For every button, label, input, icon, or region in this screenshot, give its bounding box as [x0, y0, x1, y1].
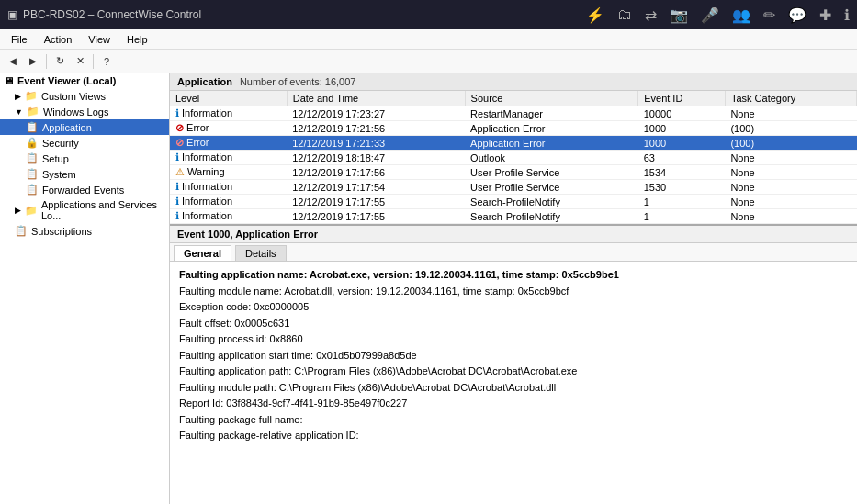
- table-row[interactable]: ⊘ Error12/12/2019 17:21:56Application Er…: [170, 121, 857, 136]
- detail-line: Faulting application name: Acrobat.exe, …: [179, 267, 848, 283]
- col-datetime[interactable]: Date and Time: [287, 91, 465, 106]
- table-row[interactable]: ⊘ Error12/12/2019 17:21:33Application Er…: [170, 136, 857, 151]
- cell-level: ℹ Information: [170, 180, 287, 195]
- detail-line: Faulting application path: C:\Program Fi…: [179, 364, 848, 379]
- table-row[interactable]: ℹ Information12/12/2019 17:17:55Search-P…: [170, 209, 857, 224]
- sidebar-item-customviews[interactable]: ▶ 📁 Custom Views: [0, 88, 169, 104]
- cell-category: None: [725, 195, 856, 209]
- sidebar-forwardedevents-label: Forwarded Events: [42, 185, 124, 196]
- chevron-right-icon-2: ▶: [15, 206, 21, 215]
- chevron-right-icon: ▶: [15, 92, 21, 101]
- sidebar-item-application[interactable]: 📋 Application: [0, 119, 169, 135]
- sidebar-item-system[interactable]: 📋 System: [0, 166, 169, 182]
- cell-datetime: 12/12/2019 17:21:33: [287, 136, 465, 151]
- cell-eventid: 1: [638, 195, 726, 209]
- table-row[interactable]: ℹ Information12/12/2019 18:18:47Outlook6…: [170, 151, 857, 165]
- col-eventid[interactable]: Event ID: [638, 91, 726, 106]
- title-bar-title: PBC-RDS02 – ConnectWise Control: [23, 8, 201, 21]
- cell-level: ⊘ Error: [170, 136, 287, 151]
- cell-eventid: 1530: [638, 180, 726, 195]
- cell-level: ℹ Information: [170, 209, 287, 224]
- menu-help[interactable]: Help: [119, 32, 155, 47]
- forward-button[interactable]: ►: [24, 52, 42, 71]
- cell-level: ℹ Information: [170, 151, 287, 165]
- cell-source: User Profile Service: [465, 180, 638, 195]
- tab-general[interactable]: General: [174, 245, 231, 261]
- sidebar-item-appsandservices[interactable]: ▶ 📁 Applications and Services Lo...: [0, 197, 169, 223]
- lightning-icon[interactable]: ⚡: [586, 6, 604, 24]
- info-icon[interactable]: ℹ: [844, 6, 850, 24]
- event-log-header: Application Number of events: 16,007: [170, 73, 857, 91]
- table-row[interactable]: ⚠ Warning12/12/2019 17:17:56User Profile…: [170, 165, 857, 180]
- sidebar-setup-label: Setup: [42, 153, 69, 164]
- cell-datetime: 12/12/2019 18:18:47: [287, 151, 465, 165]
- menu-view[interactable]: View: [81, 32, 118, 47]
- menu-action[interactable]: Action: [37, 32, 80, 47]
- detail-pane: Event 1000, Application Error General De…: [170, 224, 857, 504]
- cell-eventid: 1000: [638, 121, 726, 136]
- sidebar-item-eventviwer[interactable]: 🖥 Event Viewer (Local): [0, 73, 169, 88]
- table-row[interactable]: ℹ Information12/12/2019 17:17:55Search-P…: [170, 195, 857, 209]
- table-row[interactable]: ℹ Information12/12/2019 17:17:54User Pro…: [170, 180, 857, 195]
- tab-details[interactable]: Details: [235, 245, 287, 261]
- cell-category: None: [725, 180, 856, 195]
- mic-icon[interactable]: 🎤: [701, 6, 719, 24]
- event-table-container: Level Date and Time Source Event ID Task…: [170, 91, 857, 224]
- chevron-down-icon: ▼: [15, 107, 23, 117]
- cell-datetime: 12/12/2019 17:17:55: [287, 195, 465, 209]
- folder-icon-apps: 📁: [25, 205, 38, 217]
- event-log-title: Application: [177, 76, 232, 87]
- col-category[interactable]: Task Category: [725, 91, 856, 106]
- menu-bar: File Action View Help: [0, 29, 857, 50]
- detail-tabs: General Details: [170, 243, 857, 262]
- detail-line: Faulting process id: 0x8860: [179, 331, 848, 347]
- cell-category: (100): [725, 121, 856, 136]
- forwarded-icon: 📋: [26, 184, 39, 196]
- setup-icon: 📋: [26, 152, 39, 164]
- col-level[interactable]: Level: [170, 91, 287, 106]
- transfer-icon[interactable]: ⇄: [645, 6, 657, 24]
- cell-category: None: [725, 209, 856, 224]
- cell-eventid: 1000: [638, 136, 726, 151]
- sidebar-customviews-label: Custom Views: [41, 91, 106, 102]
- camera-icon[interactable]: 📷: [670, 6, 688, 24]
- sidebar-item-windowslogs[interactable]: ▼ 📁 Windows Logs: [0, 104, 169, 119]
- detail-line: Report Id: 03f8843d-9cf7-4f41-91b9-85e49…: [179, 396, 848, 411]
- table-header-row: Level Date and Time Source Event ID Task…: [170, 91, 857, 106]
- detail-line: Faulting application start time: 0x01d5b…: [179, 348, 848, 364]
- sidebar-item-subscriptions[interactable]: 📋 Subscriptions: [0, 223, 169, 239]
- toolbar: ◄ ► ↻ ✕ ?: [0, 50, 857, 73]
- content-area: Application Number of events: 16,007 Lev…: [170, 73, 857, 504]
- system-icon: 📋: [26, 168, 39, 180]
- users-icon[interactable]: 👥: [732, 6, 750, 24]
- chat-icon[interactable]: 💬: [788, 6, 806, 24]
- table-row[interactable]: ℹ Information12/12/2019 17:23:27RestartM…: [170, 106, 857, 121]
- sidebar-item-forwardedevents[interactable]: 📋 Forwarded Events: [0, 182, 169, 197]
- plus-icon[interactable]: ✚: [819, 6, 831, 24]
- help-button[interactable]: ?: [97, 52, 116, 71]
- menu-file[interactable]: File: [4, 32, 35, 47]
- sidebar-system-label: System: [42, 169, 76, 180]
- detail-line: Exception code: 0xc0000005: [179, 299, 848, 315]
- back-button[interactable]: ◄: [4, 52, 22, 71]
- refresh-button[interactable]: ↻: [51, 52, 69, 71]
- col-source[interactable]: Source: [465, 91, 638, 106]
- detail-line: Faulting module name: Acrobat.dll, versi…: [179, 284, 848, 299]
- detail-line: Faulting package-relative application ID…: [179, 428, 848, 443]
- cell-eventid: 1534: [638, 165, 726, 180]
- sidebar-item-security[interactable]: 🔒 Security: [0, 135, 169, 151]
- security-icon: 🔒: [26, 137, 39, 149]
- pencil-icon[interactable]: ✏: [763, 6, 775, 24]
- stop-button[interactable]: ✕: [71, 52, 89, 71]
- app-icon: 📋: [26, 121, 39, 133]
- sidebar: 🖥 Event Viewer (Local) ▶ 📁 Custom Views …: [0, 73, 170, 504]
- cell-datetime: 12/12/2019 17:21:56: [287, 121, 465, 136]
- sidebar-item-setup[interactable]: 📋 Setup: [0, 151, 169, 166]
- sidebar-application-label: Application: [42, 122, 92, 133]
- briefcase-icon[interactable]: 🗂: [617, 6, 632, 23]
- title-bar: ▣ PBC-RDS02 – ConnectWise Control ⚡ 🗂 ⇄ …: [0, 0, 857, 29]
- toolbar-separator-1: [46, 54, 47, 69]
- cell-source: Outlook: [465, 151, 638, 165]
- detail-pane-header: Event 1000, Application Error: [170, 226, 857, 243]
- cell-level: ℹ Information: [170, 195, 287, 209]
